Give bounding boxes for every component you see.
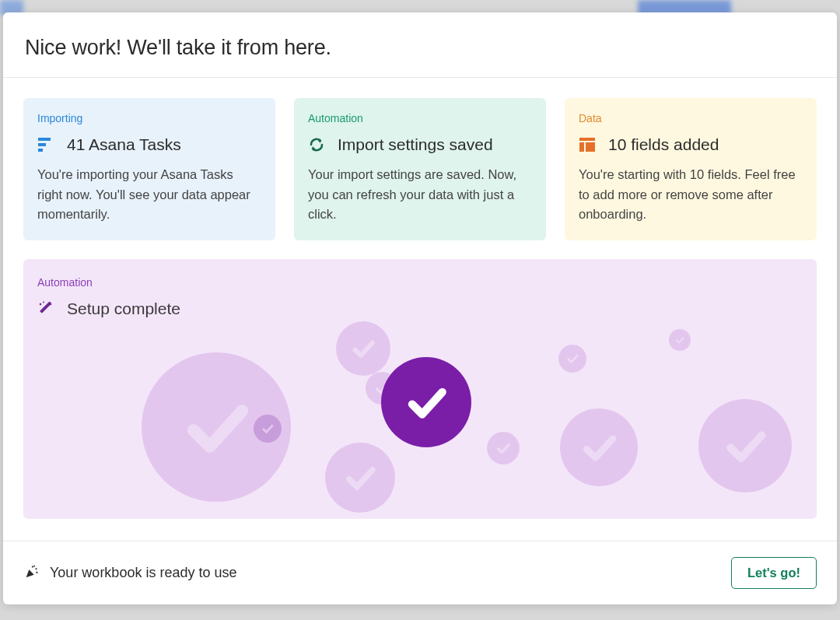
check-decoration-icon (487, 432, 520, 464)
svg-point-12 (32, 566, 33, 567)
modal-header: Nice work! We'll take it from here. (3, 12, 837, 78)
automation-card: Automation Import settings saved Your im… (294, 98, 546, 240)
automation-label: Automation (308, 112, 532, 124)
lets-go-button[interactable]: Let's go! (731, 557, 817, 589)
check-main-icon (381, 357, 471, 447)
data-heading: 10 fields added (608, 135, 719, 154)
importing-card: Importing 41 Asana Tasks You're importin… (23, 98, 275, 240)
importing-heading: 41 Asana Tasks (67, 135, 181, 154)
wand-icon (37, 300, 54, 317)
refresh-icon (308, 136, 325, 153)
data-label: Data (579, 112, 803, 124)
setup-heading-row: Setup complete (37, 299, 803, 318)
importing-desc: You're importing your Asana Tasks right … (37, 165, 261, 225)
svg-rect-5 (579, 138, 595, 141)
automation-desc: Your import settings are saved. Now, you… (308, 165, 532, 225)
svg-rect-8 (40, 301, 52, 314)
check-decoration-icon (254, 415, 282, 443)
check-decoration-icon (558, 345, 586, 373)
modal-title: Nice work! We'll take it from here. (25, 36, 815, 60)
table-icon (579, 136, 596, 153)
check-decoration-icon (325, 443, 395, 513)
check-decoration-icon (560, 408, 638, 486)
importing-label: Importing (37, 112, 261, 124)
automation-heading: Import settings saved (338, 135, 493, 154)
status-cards-row: Importing 41 Asana Tasks You're importin… (23, 98, 817, 240)
onboarding-modal: Nice work! We'll take it from here. Impo… (3, 12, 837, 604)
setup-label: Automation (37, 276, 803, 289)
importing-heading-row: 41 Asana Tasks (37, 135, 261, 154)
data-card: Data 10 fields added You're starting wit… (565, 98, 817, 240)
modal-footer: Your workbook is ready to use Let's go! (3, 541, 837, 604)
footer-left: Your workbook is ready to use (23, 563, 236, 583)
confetti-icon (23, 563, 40, 583)
modal-body: Importing 41 Asana Tasks You're importin… (3, 78, 837, 541)
bars-icon (37, 136, 54, 153)
svg-rect-1 (38, 143, 46, 146)
setup-complete-panel: Automation Setup complete (23, 259, 817, 519)
svg-rect-2 (38, 149, 43, 152)
automation-heading-row: Import settings saved (308, 135, 532, 154)
svg-rect-7 (586, 142, 595, 152)
svg-point-9 (40, 303, 42, 305)
data-heading-row: 10 fields added (579, 135, 803, 154)
svg-point-10 (43, 301, 44, 303)
svg-rect-0 (38, 138, 51, 141)
check-decoration-icon (698, 399, 792, 492)
svg-point-14 (36, 571, 37, 573)
svg-point-13 (35, 568, 37, 569)
check-decoration-icon (669, 329, 691, 351)
setup-heading: Setup complete (67, 299, 180, 318)
data-desc: You're starting with 10 fields. Feel fre… (579, 165, 803, 225)
svg-rect-6 (579, 142, 584, 152)
svg-point-11 (50, 303, 52, 305)
check-decoration-icon (336, 321, 390, 376)
footer-ready-text: Your workbook is ready to use (50, 565, 236, 581)
